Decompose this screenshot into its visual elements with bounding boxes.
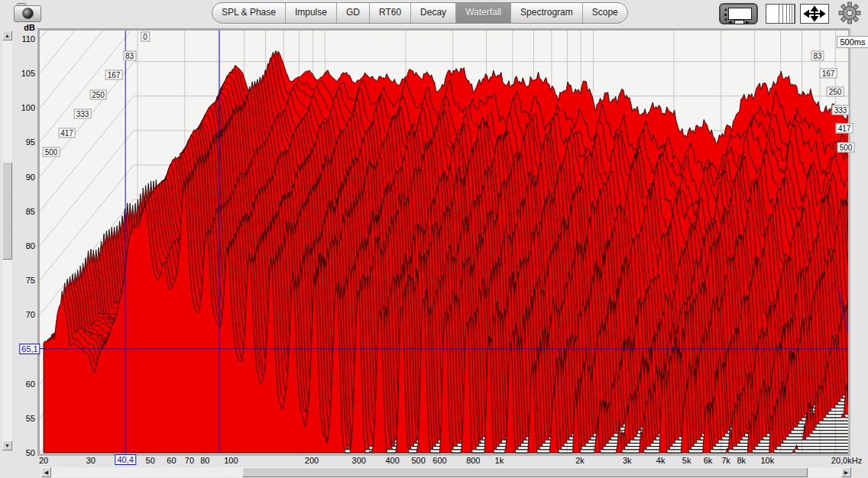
pan-screen-shape xyxy=(728,8,752,20)
view-tab-bar: SPL & PhaseImpulseGDRT60DecayWaterfallSp… xyxy=(212,2,628,24)
x-tick-label: 3k xyxy=(623,456,632,465)
scroll-up-button[interactable]: ▲ xyxy=(2,31,12,40)
x-tick-label: 2k xyxy=(575,456,585,465)
tab-spectrogram[interactable]: Spectrogram xyxy=(510,3,582,23)
scroll-left-button[interactable]: ◀ xyxy=(41,467,51,477)
x-tick-label: 60 xyxy=(167,456,176,465)
x-tick-label: 8k xyxy=(737,456,747,465)
time-label-left: 167 xyxy=(105,70,123,80)
time-label-left: 500 xyxy=(43,147,60,157)
time-label-right: 167 xyxy=(820,69,837,79)
left-arrow-icon: ◀ xyxy=(728,20,732,24)
time-label-right: 417 xyxy=(836,124,853,134)
waterfall-analyzer-window: SPL & PhaseImpulseGDRT60DecayWaterfallSp… xyxy=(0,0,868,478)
band-line xyxy=(786,5,787,23)
band-line xyxy=(794,5,795,23)
x-tick-label: 80 xyxy=(200,456,209,465)
cursor-frequency-readout: 40,4 xyxy=(115,454,135,465)
x-tick-label: 5k xyxy=(682,456,691,465)
x-tick-label: 20 xyxy=(39,456,48,465)
cross-arrows-glyph xyxy=(801,5,828,23)
frequency-bands-icon[interactable] xyxy=(766,4,795,24)
tab-spl-phase[interactable]: SPL & Phase xyxy=(212,3,285,23)
x-tick-label: 300 xyxy=(352,456,366,465)
band-line xyxy=(789,5,790,23)
band-line xyxy=(792,5,792,23)
horizontal-scrollbar-thumb[interactable] xyxy=(242,467,808,477)
time-axis-unit: 500ms xyxy=(837,36,868,48)
time-label-right: 500 xyxy=(837,143,855,153)
camera-icon[interactable] xyxy=(14,3,40,21)
time-label-right: 333 xyxy=(832,105,850,115)
band-line xyxy=(779,5,779,23)
move-axes-icon[interactable] xyxy=(800,4,829,24)
x-tick-label: 1k xyxy=(495,456,504,465)
square-icon: ■ xyxy=(724,12,727,17)
waterfall-slices xyxy=(44,50,848,453)
time-label-left: 417 xyxy=(58,128,76,138)
scroll-down-button[interactable]: ▼ xyxy=(2,441,12,451)
gear-glyph xyxy=(838,2,861,24)
tab-gd[interactable]: GD xyxy=(336,3,369,23)
band-line xyxy=(782,5,783,23)
tab-impulse[interactable]: Impulse xyxy=(285,3,336,23)
x-tick-label: 600 xyxy=(432,456,446,465)
tab-scope[interactable]: Scope xyxy=(582,3,627,23)
tab-waterfall[interactable]: Waterfall xyxy=(455,3,510,23)
x-tick-label: 20,0kHz xyxy=(831,456,862,465)
time-label-left: 83 xyxy=(123,51,136,61)
x-tick-label: 800 xyxy=(466,456,480,465)
waterfall-plot-surface[interactable] xyxy=(40,31,848,454)
x-tick-label: 100 xyxy=(224,456,238,465)
tab-rt60[interactable]: RT60 xyxy=(369,3,410,23)
time-label-left: 0 xyxy=(141,32,150,42)
time-label-left: 250 xyxy=(89,89,107,99)
vertical-scrollbar-thumb[interactable] xyxy=(2,162,12,260)
pan-slider-shape xyxy=(734,20,744,24)
time-label-right: 250 xyxy=(827,87,844,97)
settings-gear-icon[interactable] xyxy=(838,2,861,24)
x-tick-label: 70 xyxy=(185,456,194,465)
x-tick-label: 500 xyxy=(411,456,425,465)
x-tick-label: 50 xyxy=(146,456,155,465)
x-tick-label: 30 xyxy=(86,456,96,465)
x-tick-label: 7k xyxy=(721,456,730,465)
x-tick-label: 200 xyxy=(305,456,319,465)
camera-lens xyxy=(22,8,34,19)
time-label-right: 83 xyxy=(811,51,824,61)
time-label-left: 333 xyxy=(74,108,92,118)
x-tick-label: 6k xyxy=(704,456,713,465)
x-tick-label: 10k xyxy=(760,456,774,465)
pan-display-icon[interactable]: ▲ ■ ▼ ◀ ▶ xyxy=(719,3,758,24)
cursor-level-readout: 65,1 xyxy=(19,344,40,354)
scroll-right-button[interactable]: ▶ xyxy=(841,467,851,477)
tab-decay[interactable]: Decay xyxy=(410,3,455,23)
x-tick-label: 4k xyxy=(656,456,666,465)
x-tick-label: 400 xyxy=(385,456,399,465)
right-arrow-icon: ▶ xyxy=(746,20,750,24)
up-arrow-icon: ▲ xyxy=(724,7,728,11)
